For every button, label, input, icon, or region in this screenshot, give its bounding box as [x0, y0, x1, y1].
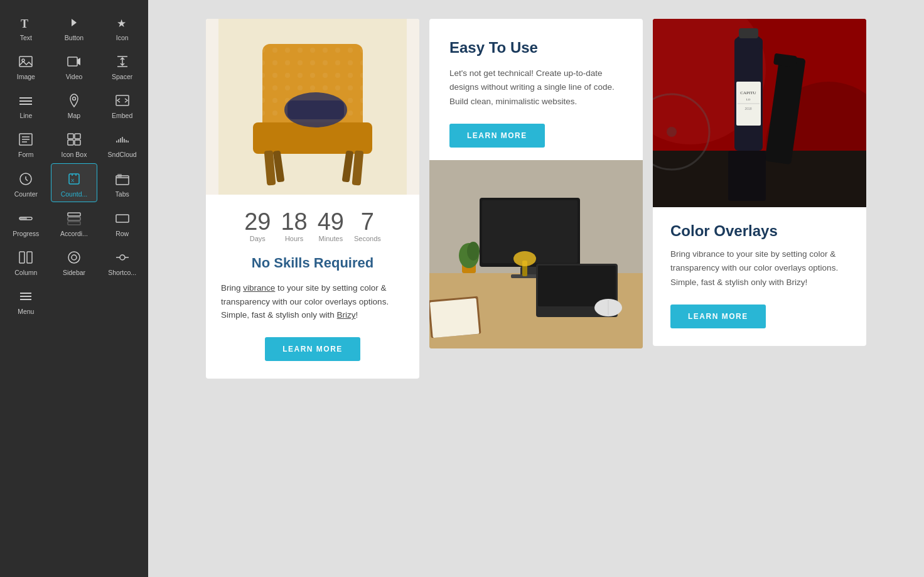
- widget-counter-label: Counter: [14, 190, 38, 198]
- card1-text: Bring vibrance to your site by setting c…: [221, 281, 404, 322]
- widget-shortcode-label: Shortco...: [108, 269, 136, 276]
- sidebar: T Text Button ★ Icon Image: [0, 0, 148, 577]
- card3-body: Color Overlays Bring vibrance to your si…: [653, 207, 866, 346]
- image-icon: [17, 53, 35, 70]
- card-overlays: CAPITU LO 2018 Color Overlays Bring vibr…: [653, 19, 866, 346]
- widget-spacer-label: Spacer: [112, 73, 132, 80]
- widget-embed[interactable]: Embed: [99, 85, 146, 123]
- widget-countdown-label: Countd...: [61, 190, 88, 198]
- svg-text:T: T: [21, 18, 28, 30]
- svg-rect-15: [75, 134, 80, 139]
- widget-button[interactable]: Button: [51, 8, 98, 45]
- svg-rect-28: [68, 217, 80, 220]
- widget-tabs[interactable]: Tabs: [99, 163, 146, 202]
- card-countdown: 29 Days 18 Hours 49 Minutes 7 Seconds No…: [206, 19, 419, 379]
- svg-rect-4: [68, 57, 77, 66]
- countdown-minutes: 49 Minutes: [318, 210, 344, 242]
- countdown-hours-label: Hours: [285, 235, 303, 242]
- widget-map-label: Map: [68, 112, 80, 119]
- widget-shortcode[interactable]: Shortco...: [99, 242, 146, 280]
- countdown-days-label: Days: [250, 235, 266, 242]
- widget-video-label: Video: [66, 73, 83, 80]
- widget-icon[interactable]: ★ Icon: [99, 8, 146, 45]
- sndcloud-icon: [114, 131, 131, 148]
- widget-video[interactable]: Video: [51, 46, 98, 84]
- svg-rect-27: [68, 213, 80, 216]
- card1-btn-wrapper: LEARN MORE: [221, 337, 404, 361]
- iconbox-icon: [65, 131, 83, 148]
- countdown-timer: 29 Days 18 Hours 49 Minutes 7 Seconds: [206, 195, 419, 250]
- svg-rect-16: [68, 140, 73, 145]
- card2-learn-more-button[interactable]: LEARN MORE: [449, 124, 545, 148]
- countdown-hours-number: 18: [281, 210, 307, 234]
- svg-text:CAPITU: CAPITU: [740, 90, 756, 95]
- widget-map[interactable]: Map: [51, 85, 98, 123]
- widget-form-label: Form: [18, 151, 34, 158]
- widget-text[interactable]: T Text: [3, 8, 50, 45]
- wine-illustration: CAPITU LO 2018: [653, 19, 866, 207]
- widget-image-label: Image: [17, 73, 35, 80]
- widget-form[interactable]: Form: [3, 124, 50, 162]
- card3-learn-more-button[interactable]: LEARN MORE: [670, 305, 766, 328]
- progress-icon: [17, 210, 35, 227]
- button-icon: [65, 14, 83, 31]
- widget-counter[interactable]: Counter: [3, 163, 50, 202]
- svg-text:2018: 2018: [744, 107, 751, 111]
- countdown-minutes-label: Minutes: [319, 235, 343, 242]
- card2-top: Easy To Use Let's not get technical! Cre…: [429, 19, 643, 160]
- text-icon: T: [17, 14, 35, 31]
- menu-icon: [17, 288, 35, 305]
- widget-progress[interactable]: Progress: [3, 203, 50, 241]
- card1-link-vibrance[interactable]: vibrance: [243, 283, 275, 293]
- card1-body: No Skills Required Bring vibrance to you…: [206, 250, 419, 379]
- spacer-icon: [114, 53, 131, 70]
- card1-learn-more-button[interactable]: LEARN MORE: [265, 337, 360, 361]
- svg-rect-2: [19, 57, 32, 67]
- svg-rect-49: [287, 100, 344, 119]
- form-icon: [17, 131, 35, 148]
- widget-row[interactable]: Row: [99, 203, 146, 241]
- widget-menu-label: Menu: [18, 308, 34, 315]
- main-content: 29 Days 18 Hours 49 Minutes 7 Seconds No…: [148, 0, 924, 577]
- countdown-icon: X: [65, 170, 83, 188]
- widget-countdown[interactable]: X Countd...: [51, 163, 98, 202]
- card3-title: Color Overlays: [670, 222, 849, 240]
- widget-tabs-label: Tabs: [115, 190, 129, 198]
- card2-text: Let's not get technical! Create up-to-da…: [449, 67, 623, 109]
- widget-line[interactable]: Line: [3, 85, 50, 123]
- sidebar-widget-icon: [65, 249, 83, 266]
- card1-link-brizy[interactable]: Brizy: [337, 310, 356, 320]
- embed-icon: [114, 92, 131, 109]
- widget-progress-label: Progress: [13, 230, 39, 237]
- widget-column[interactable]: Column: [3, 242, 50, 280]
- widget-iconbox[interactable]: Icon Box: [51, 124, 98, 162]
- svg-point-83: [667, 127, 677, 137]
- widget-button-label: Button: [65, 34, 83, 41]
- widget-column-label: Column: [14, 269, 37, 276]
- svg-text:★: ★: [117, 18, 126, 30]
- widget-sndcloud[interactable]: SndCloud: [99, 124, 146, 162]
- svg-rect-32: [27, 252, 32, 263]
- widget-accordion[interactable]: Accordi...: [51, 203, 98, 241]
- line-icon: [17, 92, 35, 109]
- svg-text:X: X: [71, 178, 75, 183]
- widget-text-label: Text: [20, 34, 32, 41]
- countdown-seconds-number: 7: [361, 210, 374, 234]
- svg-rect-74: [739, 28, 758, 38]
- widget-menu[interactable]: Menu: [3, 281, 50, 319]
- card2-image: [429, 160, 643, 348]
- widget-spacer[interactable]: Spacer: [99, 46, 146, 84]
- card2-title: Easy To Use: [449, 39, 623, 57]
- column-icon: [17, 249, 35, 266]
- svg-point-33: [72, 255, 77, 260]
- widget-image[interactable]: Image: [3, 46, 50, 84]
- widget-sndcloud-label: SndCloud: [108, 151, 137, 158]
- svg-point-63: [513, 251, 536, 266]
- widget-sidebar[interactable]: Sidebar: [51, 242, 98, 280]
- svg-rect-26: [19, 217, 27, 220]
- row-icon: [114, 210, 131, 227]
- svg-rect-14: [68, 134, 73, 139]
- svg-rect-84: [728, 151, 766, 201]
- svg-point-34: [120, 255, 125, 260]
- widget-iconbox-label: Icon Box: [62, 151, 87, 158]
